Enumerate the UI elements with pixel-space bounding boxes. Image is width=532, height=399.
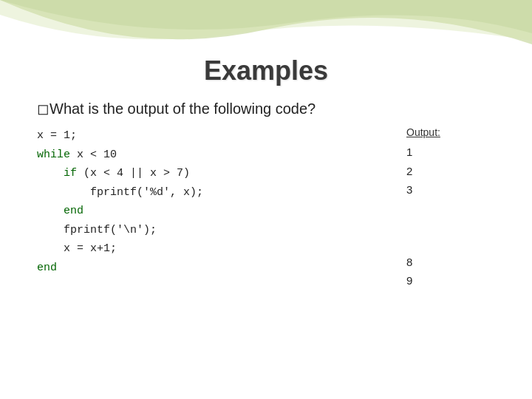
output-bottom: 8 9 (406, 253, 412, 290)
code-line-8: end (37, 259, 384, 278)
slide-title: Examples (37, 55, 495, 86)
output-value-2: 2 (406, 162, 412, 181)
question: ◻What is the output of the following cod… (37, 100, 495, 117)
code-line-4: fprintf('%d', x); (37, 183, 384, 202)
output-value-1: 1 (406, 143, 412, 162)
output-value-9: 9 (406, 271, 412, 290)
code-line-3: if (x < 4 || x > 7) (37, 164, 384, 183)
code-line-1: x = 1; (37, 126, 384, 146)
output-label: Output: (406, 126, 440, 138)
code-line-2: while x < 10 (37, 146, 384, 165)
content-area: x = 1; while x < 10 if (x < 4 || x > 7) … (37, 126, 495, 290)
output-top: 1 2 3 (406, 143, 412, 200)
output-group-bottom: 8 9 (406, 253, 412, 290)
keyword-end-1: end (64, 205, 83, 217)
keyword-end-2: end (37, 262, 57, 274)
code-line-6: fprintf('\n'); (37, 221, 384, 240)
code-line-7: x = x+1; (37, 239, 384, 259)
code-block: x = 1; while x < 10 if (x < 4 || x > 7) … (37, 126, 406, 277)
code-line-5: end (37, 202, 384, 221)
output-value-8: 8 (406, 253, 412, 272)
keyword-while: while (37, 149, 70, 161)
main-content: Examples ◻What is the output of the foll… (0, 0, 532, 305)
keyword-if: if (64, 167, 77, 180)
question-text: What is the output of the following code… (50, 100, 316, 117)
output-value-3: 3 (406, 180, 412, 200)
output-area: Output: 1 2 3 8 9 (406, 126, 495, 290)
output-group-top: 1 2 3 (406, 143, 412, 200)
question-bullet: ◻ (37, 100, 50, 117)
